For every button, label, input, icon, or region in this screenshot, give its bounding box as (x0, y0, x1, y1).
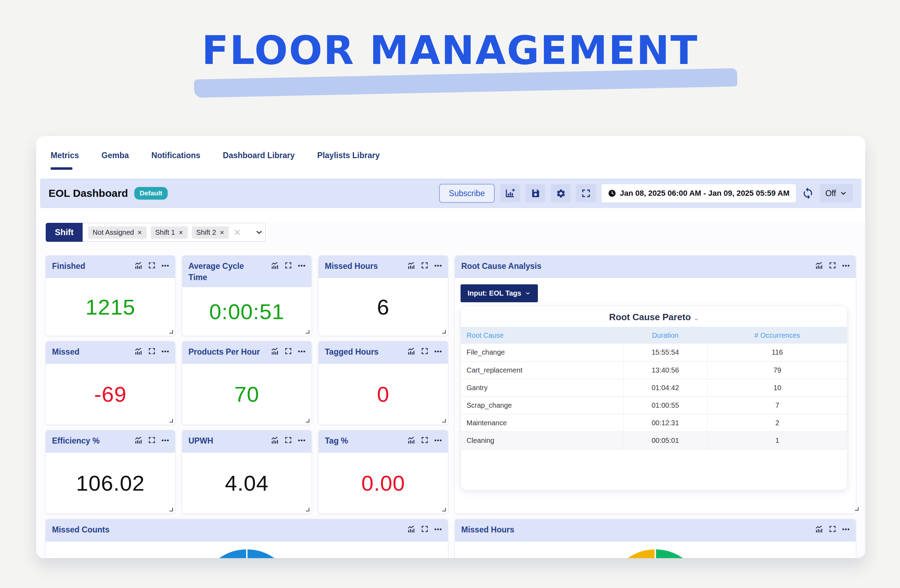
floor-management-page: FLOOR MANAGEMENT Metrics Gemba Notificat… (0, 0, 900, 127)
chart-icon[interactable] (271, 347, 279, 356)
fullscreen-icon[interactable] (829, 262, 836, 270)
input-source-dropdown[interactable]: Input: EOL Tags (461, 284, 538, 302)
tab-metrics[interactable]: Metrics (51, 151, 79, 178)
resize-handle[interactable] (442, 330, 446, 334)
table-row: Cleaning00:05:011 (461, 431, 847, 449)
fullscreen-icon[interactable] (421, 262, 428, 270)
ellipsis-icon[interactable] (434, 347, 442, 356)
column-header-duration[interactable]: Duration (623, 327, 708, 344)
tab-playlists-library[interactable]: Playlists Library (317, 151, 380, 178)
chart-icon[interactable] (407, 347, 416, 356)
fullscreen-icon[interactable] (284, 436, 292, 445)
fullscreen-icon (581, 188, 591, 198)
refresh-button[interactable] (802, 187, 814, 200)
chip-remove-icon[interactable] (178, 230, 183, 235)
fullscreen-button[interactable] (576, 184, 596, 202)
date-range-picker[interactable]: Jan 08, 2025 06:00 AM - Jan 09, 2025 05:… (602, 184, 796, 202)
dashboard-window: Metrics Gemba Notifications Dashboard Li… (36, 136, 865, 558)
resize-handle[interactable] (855, 507, 858, 511)
metric-value: 6 (377, 295, 389, 320)
dashboard-body: Shift Not Assigned Shift 1 Shift 2 (36, 223, 865, 558)
default-badge: Default (134, 187, 168, 200)
shift-filter-label[interactable]: Shift (46, 223, 82, 242)
tab-notifications[interactable]: Notifications (152, 151, 200, 178)
missed-counts-panel: Missed Counts (46, 519, 448, 558)
chart-icon[interactable] (271, 436, 279, 445)
table-row: File_change15:55:54116 (461, 344, 847, 361)
table-row: Maintenance00:12:312 (461, 414, 847, 431)
page-title: FLOOR MANAGEMENT (0, 27, 900, 73)
chart-icon[interactable] (815, 262, 823, 270)
ellipsis-icon[interactable] (161, 347, 169, 356)
shift-filter-field[interactable]: Not Assigned Shift 1 Shift 2 (82, 223, 265, 242)
ellipsis-icon[interactable] (298, 347, 306, 356)
chart-icon[interactable] (271, 262, 279, 270)
tab-gemba[interactable]: Gemba (102, 151, 129, 178)
root-cause-analysis-panel: Root Cause Analysis Input: EOL Tags Root… (455, 256, 856, 514)
save-button[interactable] (526, 184, 545, 202)
column-header-occurrences[interactable]: # Occurrences (708, 327, 847, 344)
ellipsis-icon[interactable] (842, 525, 850, 534)
resize-handle[interactable] (442, 508, 446, 511)
chevron-down-icon[interactable] (255, 228, 263, 237)
fullscreen-icon[interactable] (284, 262, 292, 270)
chevron-down-icon (525, 290, 531, 296)
resize-handle[interactable] (306, 419, 309, 422)
fullscreen-icon[interactable] (284, 347, 292, 356)
metric-card-efficiency: Efficiency % 106.02 (46, 430, 175, 514)
add-chart-button[interactable] (500, 184, 520, 202)
chart-icon[interactable] (407, 525, 416, 534)
resize-handle[interactable] (169, 419, 173, 422)
fullscreen-icon[interactable] (421, 347, 428, 356)
filter-chip[interactable]: Not Assigned (88, 227, 147, 239)
subscribe-button[interactable]: Subscribe (439, 184, 495, 203)
pareto-chart-title: Root Cause Pareto⌄ (461, 306, 847, 327)
chip-remove-icon[interactable] (219, 230, 225, 235)
ellipsis-icon[interactable] (842, 262, 850, 270)
active-tab-underline (51, 167, 73, 170)
clock-icon (608, 189, 616, 197)
chart-icon[interactable] (134, 262, 143, 270)
fullscreen-icon[interactable] (148, 262, 156, 270)
table-row: Scrap_change01:00:557 (461, 396, 847, 414)
column-header-root-cause[interactable]: Root Cause (461, 327, 623, 344)
fullscreen-icon[interactable] (829, 525, 836, 534)
chevron-down-icon[interactable]: ⌄ (694, 315, 698, 321)
resize-handle[interactable] (306, 330, 309, 334)
ellipsis-icon[interactable] (161, 262, 169, 270)
tab-dashboard-library[interactable]: Dashboard Library (223, 151, 295, 178)
ellipsis-icon[interactable] (161, 436, 169, 445)
fullscreen-icon[interactable] (421, 525, 428, 534)
settings-button[interactable] (551, 184, 571, 202)
ellipsis-icon[interactable] (434, 262, 442, 270)
chart-icon[interactable] (407, 262, 416, 270)
filter-chip[interactable]: Shift 1 (151, 227, 188, 239)
resize-handle[interactable] (169, 330, 173, 334)
chart-icon[interactable] (134, 436, 143, 445)
dashboard-toolbar: Subscribe (439, 184, 853, 203)
ellipsis-icon[interactable] (434, 525, 442, 534)
ellipsis-icon[interactable] (298, 262, 306, 270)
metric-card-products-per-hour: Products Per Hour 70 (182, 341, 312, 425)
metric-card-upwh: UPWH 4.04 (182, 430, 312, 514)
fullscreen-icon[interactable] (148, 436, 156, 445)
resize-handle[interactable] (306, 508, 309, 511)
chart-icon[interactable] (407, 436, 416, 445)
ellipsis-icon[interactable] (434, 436, 442, 445)
filter-chip[interactable]: Shift 2 (192, 227, 229, 239)
dashboard-title: EOL Dashboard (48, 187, 128, 199)
chart-icon[interactable] (134, 347, 143, 356)
resize-handle[interactable] (442, 419, 446, 422)
chart-icon[interactable] (815, 525, 823, 534)
gear-icon (556, 188, 566, 199)
metric-value: -69 (94, 382, 127, 406)
fullscreen-icon[interactable] (421, 436, 428, 445)
auto-refresh-dropdown[interactable]: Off (820, 184, 853, 202)
clear-all-icon[interactable] (233, 228, 242, 237)
metric-card-finished: Finished 1215 (46, 256, 175, 336)
fullscreen-icon[interactable] (148, 347, 156, 356)
ellipsis-icon[interactable] (298, 436, 306, 445)
refresh-icon (802, 187, 814, 200)
chip-remove-icon[interactable] (137, 230, 143, 235)
resize-handle[interactable] (169, 508, 173, 511)
